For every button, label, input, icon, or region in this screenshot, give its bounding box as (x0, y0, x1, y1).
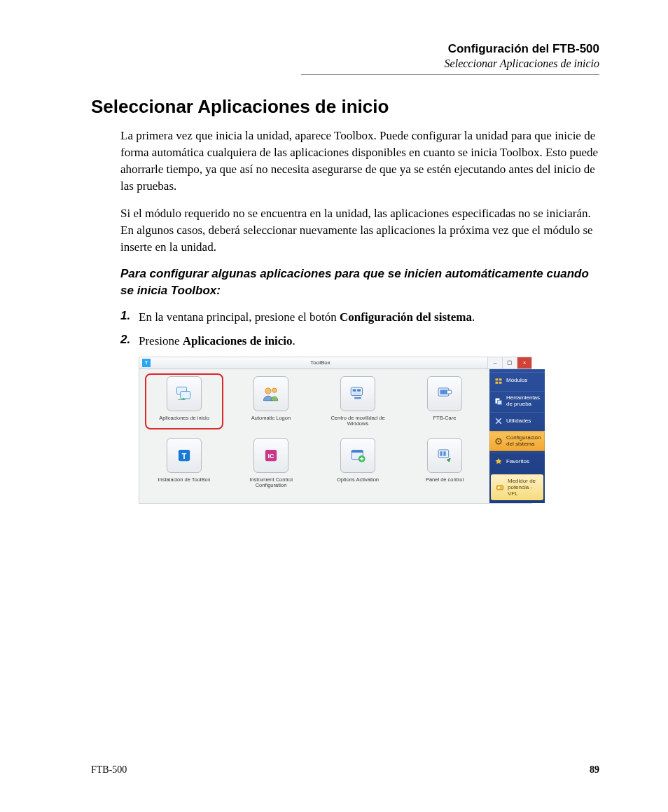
procedure-steps: 1. En la ventana principal, presione el … (120, 309, 599, 350)
procedure-lead: Para configurar algunas aplicaciones par… (120, 266, 599, 299)
sidebar-item-label: Herramientas de prueba (506, 395, 541, 408)
tile-label: FTB-Care (407, 415, 482, 428)
favorites-icon (494, 457, 503, 467)
body-text: La primera vez que inicia la unidad, apa… (120, 128, 599, 504)
sidebar-item-utilidades[interactable]: Utilidades (489, 412, 545, 429)
svg-rect-21 (496, 378, 499, 380)
page-footer: FTB-500 89 (91, 764, 599, 776)
tile-label: Panel de control (407, 477, 482, 490)
power-meter-icon (495, 483, 505, 493)
section-title: Seleccionar Aplicaciones de inicio (91, 96, 599, 118)
svg-rect-6 (357, 389, 361, 391)
tile-panel-de-control[interactable]: Panel de control (407, 438, 482, 490)
sidebar-item-label: Medidor de potencia - VFL (508, 479, 539, 497)
running-header-subtitle: Seleccionar Aplicaciones de inicio (91, 57, 599, 70)
tile-ftb-care[interactable]: FTB-Care (407, 376, 482, 428)
svg-text:IC: IC (268, 453, 274, 460)
svg-rect-26 (498, 400, 502, 404)
svg-point-28 (498, 441, 499, 442)
instrument-control-icon: IC (262, 446, 280, 465)
footer-product: FTB-500 (91, 764, 127, 776)
step-number: 2. (120, 333, 139, 350)
test-tools-icon (494, 397, 503, 406)
modules-icon (494, 376, 503, 386)
control-panel-icon (436, 446, 454, 465)
svg-rect-0 (177, 387, 187, 394)
mobility-center-icon (349, 385, 367, 403)
svg-rect-24 (499, 381, 502, 383)
close-button[interactable]: × (517, 357, 531, 369)
sidebar-item-label: Módulos (506, 378, 527, 384)
tile-aplicaciones-de-inicio[interactable]: Aplicaciones de inicio (146, 376, 222, 428)
svg-rect-20 (443, 451, 445, 456)
sidebar-item-modulos[interactable]: Módulos (489, 372, 545, 390)
maximize-button[interactable]: ▢ (502, 357, 517, 369)
sidebar-item-herramientas-prueba[interactable]: Herramientas de prueba (489, 391, 545, 411)
svg-rect-22 (499, 378, 502, 380)
sidebar-item-label: Configuración del sistema (506, 435, 541, 448)
step-1: 1. En la ventana principal, presione el … (120, 309, 599, 326)
tile-instalacion-toolbox[interactable]: T Instalación de ToolBox (146, 438, 222, 490)
tile-automatic-logon[interactable]: Automatic Logon (233, 376, 309, 428)
sidebar-item-favoritos[interactable]: Favoritos (489, 453, 545, 470)
svg-point-30 (498, 487, 500, 489)
step-number: 1. (120, 309, 139, 326)
tile-label: Automatic Logon (233, 415, 309, 428)
running-header: Configuración del FTB-500 Seleccionar Ap… (91, 42, 599, 75)
tile-label: Aplicaciones de inicio (146, 415, 222, 428)
svg-rect-23 (496, 381, 499, 383)
tile-instrument-control-config[interactable]: IC Instrument Control Configuration (233, 438, 309, 490)
tile-centro-movilidad-windows[interactable]: Centro de movilidad de Windows (320, 376, 396, 428)
sidebar-item-configuracion-sistema[interactable]: Configuración del sistema (489, 431, 545, 451)
user-people-icon (262, 385, 280, 403)
tile-options-activation[interactable]: Options Activation (320, 438, 396, 490)
screenshot-toolbox-window: T ToolBox – ▢ × Aplicaciones de inicio (139, 357, 532, 504)
svg-rect-7 (353, 392, 361, 394)
options-activation-icon (349, 446, 367, 465)
sidebar: Módulos Herramientas de prueba Utilidade… (489, 369, 545, 504)
titlebar: T ToolBox – ▢ × (139, 357, 531, 369)
minimize-button[interactable]: – (487, 357, 502, 369)
system-config-icon (494, 436, 503, 446)
startup-apps-icon (174, 384, 194, 404)
header-rule (301, 74, 599, 75)
svg-point-3 (272, 388, 277, 393)
tile-label: Options Activation (320, 477, 396, 490)
step-2: 2. Presione Aplicaciones de inicio. (120, 333, 599, 350)
toolbox-install-icon: T (175, 446, 193, 465)
svg-rect-10 (447, 390, 452, 394)
paragraph-2: Si el módulo requerido no se encuentra e… (120, 205, 599, 256)
svg-rect-9 (440, 390, 447, 394)
app-icon: T (142, 359, 151, 367)
paragraph-1: La primera vez que inicia la unidad, apa… (120, 128, 599, 195)
sidebar-item-medidor-potencia-vfl[interactable]: Medidor de potencia - VFL (491, 474, 543, 500)
step-body: En la ventana principal, presione el bot… (139, 309, 599, 326)
step-body: Presione Aplicaciones de inicio. (139, 333, 599, 350)
page-number: 89 (590, 764, 599, 776)
sidebar-item-label: Favoritos (506, 459, 529, 465)
svg-rect-19 (440, 451, 443, 456)
svg-text:T: T (182, 452, 187, 460)
svg-rect-5 (353, 389, 356, 391)
tile-label: Instalación de ToolBox (146, 477, 222, 490)
utilities-icon (494, 416, 503, 426)
svg-point-2 (265, 388, 271, 394)
running-header-title: Configuración del FTB-500 (91, 42, 599, 56)
tile-label: Centro de movilidad de Windows (320, 415, 396, 428)
ftb-care-icon (436, 385, 454, 403)
tile-grid: Aplicaciones de inicio Automatic Logon (139, 369, 489, 504)
tile-label: Instrument Control Configuration (233, 477, 309, 490)
svg-rect-16 (352, 450, 363, 452)
sidebar-item-label: Utilidades (506, 418, 531, 425)
svg-rect-1 (181, 391, 190, 399)
window-title: ToolBox (153, 357, 487, 369)
